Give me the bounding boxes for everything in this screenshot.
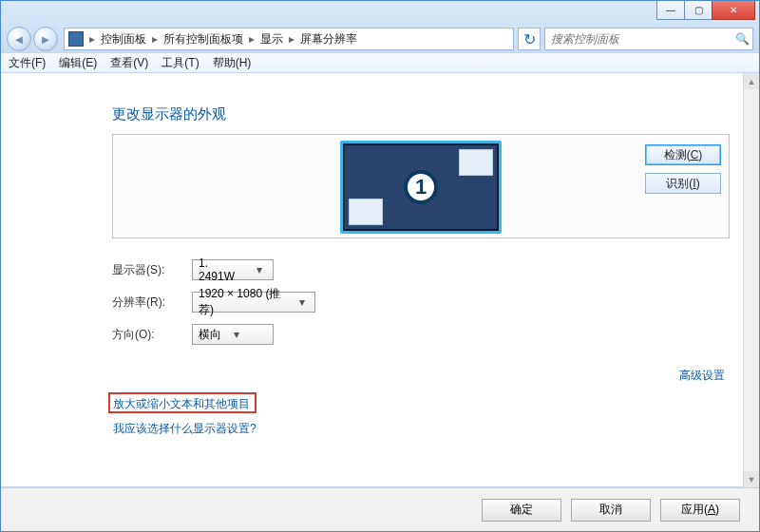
nav-forward-button[interactable]: ► [33,27,58,51]
scroll-up-icon[interactable]: ▲ [744,73,759,89]
menubar: 文件(F) 编辑(E) 查看(V) 工具(T) 帮助(H) [1,52,759,73]
resolution-value: 1920 × 1080 (推荐) [199,286,287,318]
menu-edit[interactable]: 编辑(E) [59,55,97,71]
chevron-down-icon: ▾ [294,295,309,309]
orientation-value: 横向 [199,327,221,343]
dialog-button-bar: 确定 取消 应用(A) [1,487,759,531]
search-box: 🔍 [544,28,753,50]
menu-tools[interactable]: 工具(T) [162,55,199,71]
maximize-button[interactable]: ▢ [684,1,712,20]
scroll-track[interactable] [744,89,759,471]
maximize-icon: ▢ [694,5,703,15]
menu-view[interactable]: 查看(V) [110,55,148,71]
which-display-link[interactable]: 我应该选择什么显示器设置? [113,421,256,437]
monitor-label: 显示器(S): [112,262,192,278]
nav-back-button[interactable]: ◄ [7,27,31,51]
menu-help[interactable]: 帮助(H) [213,55,252,71]
refresh-button[interactable]: ↻ [518,28,541,50]
arrow-right-icon: ► [40,32,52,47]
cancel-button[interactable]: 取消 [571,499,651,522]
window-thumb-icon [459,149,493,176]
identify-button[interactable]: 识别(I) [645,173,721,194]
breadcrumb-item[interactable]: 屏幕分辨率 [300,31,357,48]
close-button[interactable]: ✕ [712,1,755,20]
chevron-down-icon: ▾ [229,328,244,341]
orientation-label: 方向(O): [112,327,192,343]
monitor-number: 1 [404,170,438,204]
caption-buttons: — ▢ ✕ [657,1,755,20]
arrow-left-icon: ◄ [13,32,26,47]
control-panel-icon [68,31,84,47]
window-frame: — ▢ ✕ ◄ ► ▸ 控制面板 ▸ 所有控制面板项 ▸ 显示 ▸ 屏幕分辨率 … [0,0,760,532]
breadcrumb[interactable]: ▸ 控制面板 ▸ 所有控制面板项 ▸ 显示 ▸ 屏幕分辨率 [64,28,514,50]
monitor-row: 显示器(S): 1. 2491W ▾ [112,259,274,280]
chevron-right-icon: ▸ [245,32,258,46]
nav-row: ◄ ► ▸ 控制面板 ▸ 所有控制面板项 ▸ 显示 ▸ 屏幕分辨率 ↻ 🔍 [1,26,759,52]
breadcrumb-item[interactable]: 显示 [260,31,283,48]
page-title: 更改显示器的外观 [112,105,226,124]
display-preview: 1 检测(C) 识别(I) [112,134,730,238]
monitor-thumbnail[interactable]: 1 [340,141,502,234]
ok-button[interactable]: 确定 [482,499,561,522]
orientation-row: 方向(O): 横向 ▾ [112,324,274,345]
apply-button[interactable]: 应用(A) [660,499,740,522]
chevron-right-icon: ▸ [285,32,298,46]
search-input[interactable] [545,32,732,46]
content-area: 更改显示器的外观 1 检测(C) 识别(I) 显示器(S): 1. 2491W … [1,73,759,487]
orientation-dropdown[interactable]: 横向 ▾ [192,324,274,345]
refresh-icon: ↻ [523,30,536,48]
menu-file[interactable]: 文件(F) [9,55,46,71]
vertical-scrollbar[interactable]: ▲ ▼ [743,73,759,487]
breadcrumb-item[interactable]: 所有控制面板项 [163,31,243,48]
chevron-right-icon: ▸ [86,32,99,46]
chevron-down-icon: ▾ [253,263,267,276]
resolution-dropdown[interactable]: 1920 × 1080 (推荐) ▾ [192,292,315,313]
scroll-down-icon[interactable]: ▼ [744,471,759,487]
resolution-row: 分辨率(R): 1920 × 1080 (推荐) ▾ [112,292,315,313]
minimize-button[interactable]: — [656,1,685,20]
monitor-dropdown[interactable]: 1. 2491W ▾ [192,259,274,280]
close-icon: ✕ [730,5,737,15]
advanced-settings-link[interactable]: 高级设置 [679,368,725,384]
monitor-value: 1. 2491W [199,256,245,283]
breadcrumb-item[interactable]: 控制面板 [101,31,146,48]
chevron-right-icon: ▸ [148,32,162,46]
minimize-icon: — [666,5,675,15]
resolution-label: 分辨率(R): [112,294,192,311]
window-thumb-icon [349,199,383,225]
scale-text-link[interactable]: 放大或缩小文本和其他项目 [113,396,250,412]
search-icon[interactable]: 🔍 [732,32,752,46]
detect-button[interactable]: 检测(C) [645,144,721,165]
